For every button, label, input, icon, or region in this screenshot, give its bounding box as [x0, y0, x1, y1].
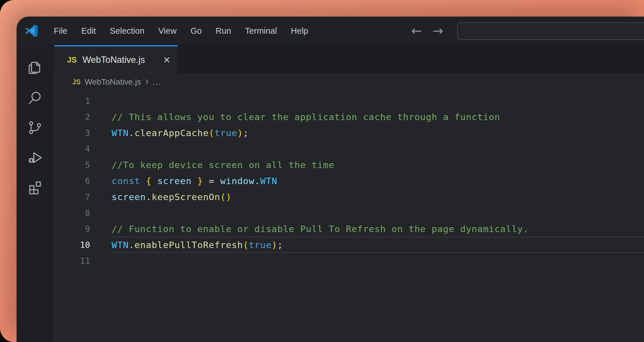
- code-token: ): [237, 128, 243, 138]
- code-line-content: //To keep device screen on all the time: [112, 157, 644, 173]
- code-token: .: [129, 240, 135, 250]
- code-token: ): [272, 240, 278, 250]
- line-number: 7: [54, 192, 90, 202]
- close-icon[interactable]: ✕: [163, 55, 171, 65]
- code-token: .: [255, 176, 260, 186]
- activity-bar-item-source-control[interactable]: [17, 113, 53, 142]
- code-token: [152, 176, 158, 186]
- code-token: =: [203, 176, 220, 186]
- code-line-content: [112, 205, 644, 221]
- code-line-6[interactable]: 6const { screen } = window.WTN: [54, 173, 644, 189]
- code-token: ;: [277, 240, 283, 250]
- code-line-content: [112, 141, 644, 157]
- code-token: (: [209, 128, 214, 138]
- code-token: WTN: [112, 240, 129, 250]
- code-editor[interactable]: 12// This allows you to clear the applic…: [54, 90, 644, 342]
- line-number: 3: [54, 128, 90, 138]
- back-arrow-icon[interactable]: ←: [411, 24, 422, 37]
- code-line-10[interactable]: 10WTN.enablePullToRefresh(true);: [54, 237, 644, 253]
- line-number: 8: [54, 208, 90, 218]
- line-number: 11: [54, 256, 90, 266]
- window-body: JS WebToNative.js ✕ JS WebToNative.js › …: [17, 45, 644, 342]
- code-token: screen: [157, 176, 192, 186]
- activity-bar-item-extensions[interactable]: [17, 172, 53, 202]
- code-line-content: WTN.enablePullToRefresh(true);: [112, 237, 644, 253]
- code-token: (: [243, 240, 249, 250]
- breadcrumb-symbol-ellipsis[interactable]: ...: [153, 77, 161, 87]
- menu-bar: FileEditSelectionViewGoRunTerminalHelp: [47, 26, 315, 36]
- menu-item-edit[interactable]: Edit: [74, 26, 103, 36]
- menu-item-terminal[interactable]: Terminal: [238, 26, 284, 36]
- code-token: [140, 176, 146, 186]
- vscode-window: FileEditSelectionViewGoRunTerminalHelp ←…: [17, 17, 644, 342]
- line-number: 6: [54, 176, 90, 186]
- line-number: 10: [54, 240, 90, 250]
- menu-item-selection[interactable]: Selection: [103, 26, 151, 36]
- editor-group: JS WebToNative.js ✕ JS WebToNative.js › …: [54, 45, 644, 342]
- code-line-1[interactable]: 1: [54, 93, 644, 109]
- line-number: 5: [54, 160, 90, 170]
- line-number: 1: [54, 96, 90, 106]
- activity-bar-item-explorer[interactable]: [17, 53, 53, 83]
- code-token: //To keep device screen on all the time: [112, 160, 334, 170]
- code-token: enablePullToRefresh: [135, 240, 243, 250]
- menu-item-file[interactable]: File: [47, 26, 74, 36]
- code-token: // This allows you to clear the applicat…: [112, 112, 500, 122]
- title-bar: FileEditSelectionViewGoRunTerminalHelp ←…: [17, 17, 644, 45]
- breadcrumb-file[interactable]: WebToNative.js: [85, 77, 141, 87]
- menu-item-view[interactable]: View: [151, 26, 183, 36]
- search-icon: [26, 89, 44, 106]
- code-token: clearAppCache: [135, 128, 209, 138]
- history-navigation: ← →: [411, 17, 443, 45]
- code-line-3[interactable]: 3WTN.clearAppCache(true);: [54, 125, 644, 141]
- activity-bar: [17, 45, 54, 342]
- code-token: {: [146, 176, 152, 186]
- code-line-content: // Function to enable or disable Pull To…: [112, 221, 644, 237]
- code-token: }: [197, 176, 203, 186]
- code-token: screen: [112, 192, 146, 202]
- line-number: 9: [54, 224, 90, 234]
- explorer-icon: [26, 59, 44, 76]
- code-token: .: [146, 192, 152, 202]
- js-file-icon: JS: [67, 56, 77, 65]
- vscode-logo-icon: [24, 23, 39, 39]
- chevron-right-icon: ›: [145, 76, 149, 88]
- breadcrumb: JS WebToNative.js › ...: [54, 74, 644, 90]
- code-line-2[interactable]: 2// This allows you to clear the applica…: [54, 109, 644, 125]
- activity-bar-item-run-and-debug[interactable]: [17, 142, 53, 172]
- code-token: window: [220, 176, 255, 186]
- js-file-icon: JS: [72, 78, 80, 86]
- code-token: .: [129, 128, 135, 138]
- line-number: 4: [54, 144, 90, 154]
- code-token: ;: [243, 128, 249, 138]
- code-line-8[interactable]: 8: [54, 205, 644, 221]
- code-line-4[interactable]: 4: [54, 141, 644, 157]
- activity-bar-item-search[interactable]: [17, 83, 53, 113]
- menu-item-help[interactable]: Help: [284, 26, 315, 36]
- code-token: // Function to enable or disable Pull To…: [112, 224, 529, 234]
- code-line-content: const { screen } = window.WTN: [112, 173, 644, 189]
- command-center-search-input[interactable]: [457, 22, 644, 40]
- code-line-content: [112, 93, 644, 109]
- code-token: keepScreenOn: [152, 192, 220, 202]
- tab-webtonative-js[interactable]: JS WebToNative.js ✕: [54, 45, 178, 73]
- code-line-content: WTN.clearAppCache(true);: [112, 125, 644, 141]
- screenshot-root: { "titlebar": { "menu_items": ["File", "…: [0, 0, 644, 342]
- code-line-7[interactable]: 7screen.keepScreenOn(): [54, 189, 644, 205]
- code-line-content: [112, 253, 644, 269]
- code-line-11[interactable]: 11: [54, 253, 644, 269]
- code-line-content: screen.keepScreenOn(): [112, 189, 644, 205]
- code-token: WTN: [112, 128, 129, 138]
- source-control-icon: [26, 119, 44, 136]
- code-line-5[interactable]: 5//To keep device screen on all the time: [54, 157, 644, 173]
- menu-item-run[interactable]: Run: [209, 26, 238, 36]
- code-token: true: [214, 128, 237, 138]
- code-token: WTN: [260, 176, 277, 186]
- code-line-9[interactable]: 9// Function to enable or disable Pull T…: [54, 221, 644, 237]
- extensions-icon: [26, 179, 44, 196]
- code-token: [192, 176, 197, 186]
- forward-arrow-icon[interactable]: →: [432, 24, 443, 37]
- menu-item-go[interactable]: Go: [183, 26, 209, 36]
- line-number: 2: [54, 112, 90, 122]
- tab-label: WebToNative.js: [83, 55, 157, 65]
